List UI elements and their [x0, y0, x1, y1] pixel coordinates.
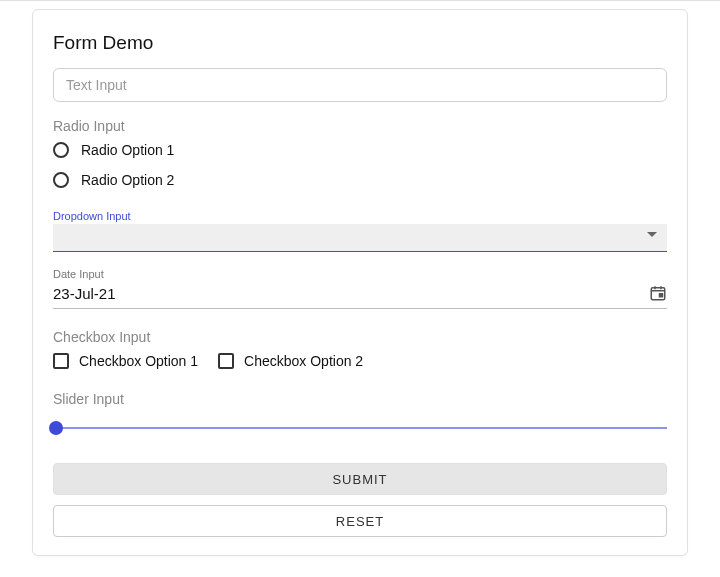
checkbox-icon — [53, 353, 69, 369]
date-input[interactable]: 23-Jul-21 — [53, 284, 667, 309]
checkbox-option-1[interactable]: Checkbox Option 1 — [53, 353, 198, 369]
checkbox-label: Checkbox Option 1 — [79, 353, 198, 369]
radio-label: Radio Option 1 — [81, 142, 174, 158]
dropdown-label: Dropdown Input — [53, 210, 667, 222]
calendar-icon — [649, 284, 667, 302]
date-label: Date Input — [53, 268, 667, 280]
date-value: 23-Jul-21 — [53, 285, 116, 302]
radio-option-1[interactable]: Radio Option 1 — [53, 142, 667, 158]
checkbox-section-label: Checkbox Input — [53, 329, 667, 345]
radio-icon — [53, 172, 69, 188]
checkbox-label: Checkbox Option 2 — [244, 353, 363, 369]
radio-option-2[interactable]: Radio Option 2 — [53, 172, 667, 188]
chevron-down-icon — [647, 232, 657, 237]
svg-rect-4 — [660, 294, 663, 297]
form-card: Form Demo Radio Input Radio Option 1 Rad… — [32, 9, 688, 556]
radio-section-label: Radio Input — [53, 118, 667, 134]
submit-button[interactable]: SUBMIT — [53, 463, 667, 495]
radio-label: Radio Option 2 — [81, 172, 174, 188]
checkbox-option-2[interactable]: Checkbox Option 2 — [218, 353, 363, 369]
slider-thumb[interactable] — [49, 421, 63, 435]
checkbox-icon — [218, 353, 234, 369]
slider-label: Slider Input — [53, 391, 667, 407]
reset-button[interactable]: RESET — [53, 505, 667, 537]
form-title: Form Demo — [53, 32, 667, 54]
radio-icon — [53, 142, 69, 158]
slider-input[interactable] — [53, 427, 667, 429]
dropdown-input[interactable] — [53, 224, 667, 252]
text-input[interactable] — [53, 68, 667, 102]
